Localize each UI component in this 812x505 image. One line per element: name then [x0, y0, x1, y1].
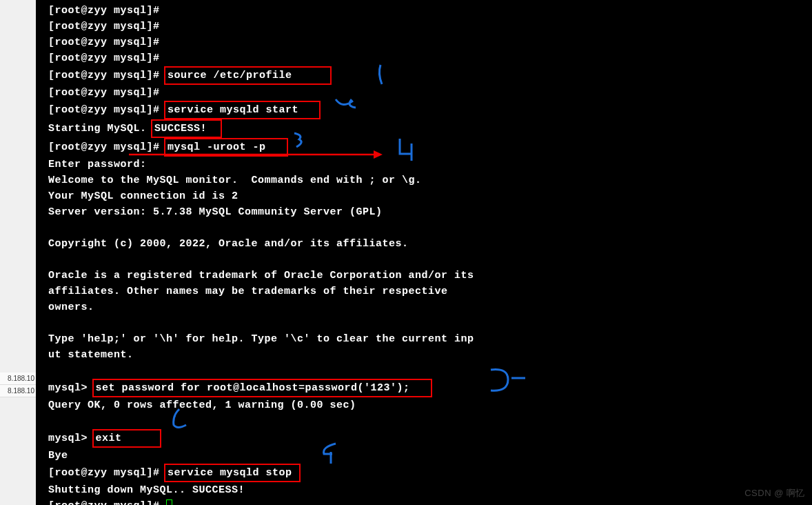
query-ok-line: Query OK, 0 rows affected, 1 warning (0.… — [48, 397, 800, 413]
starting-line: Starting MySQL. SUCCESS! — [48, 119, 800, 138]
prompt-text: [root@zyy mysql]# — [48, 467, 166, 479]
sidebar: 8.188.10 8.188.10 — [0, 373, 36, 397]
shutdown-line: Shutting down MySQL.. SUCCESS! — [48, 482, 800, 498]
final-prompt: [root@zyy mysql]# — [48, 498, 800, 505]
prompt-text: [root@zyy mysql]# — [48, 70, 166, 81]
terminal[interactable]: [root@zyy mysql]# [root@zyy mysql]# [roo… — [36, 0, 812, 505]
help-line-1: Type 'help;' or '\h' for help. Type '\c'… — [48, 331, 800, 347]
prompt-line: [root@zyy mysql]# — [48, 85, 800, 101]
cursor-icon — [166, 499, 172, 505]
highlighted-command: service mysqld start — [164, 101, 321, 119]
highlighted-command: source /etc/profile — [164, 66, 332, 85]
server-version-line: Server version: 5.7.38 MySQL Community S… — [48, 204, 800, 220]
bye-line: Bye — [48, 448, 800, 464]
blank-line — [48, 252, 800, 268]
prompt-line: [root@zyy mysql]# — [48, 3, 800, 19]
copyright-line: Copyright (c) 2000, 2022, Oracle and/or … — [48, 236, 800, 252]
highlighted-command: mysql -uroot -p — [164, 138, 288, 157]
mysql-prompt: mysql> — [48, 433, 94, 444]
help-line-2: ut statement. — [48, 347, 800, 363]
enter-password: Enter password: — [48, 157, 800, 172]
conn-id-line: Your MySQL connection id is 2 — [48, 188, 800, 204]
cmd-source-profile: [root@zyy mysql]# source /etc/profile — [48, 66, 800, 85]
oracle-line-1: Oracle is a registered trademark of Orac… — [48, 268, 800, 284]
cmd-service-stop: [root@zyy mysql]# service mysqld stop — [48, 464, 800, 482]
cmd-set-password: mysql> set password for root@localhost=p… — [48, 379, 800, 397]
blank-line — [48, 363, 800, 379]
prompt-text: [root@zyy mysql]# — [48, 104, 166, 116]
prompt-text: [root@zyy mysql]# — [48, 141, 166, 153]
oracle-line-2: affiliates. Other names may be trademark… — [48, 284, 800, 299]
highlighted-command: service mysqld stop — [164, 464, 301, 482]
cmd-service-start: [root@zyy mysql]# service mysqld start — [48, 101, 800, 119]
welcome-line: Welcome to the MySQL monitor. Commands e… — [48, 172, 800, 188]
blank-line — [48, 315, 800, 331]
blank-line — [48, 413, 800, 429]
prompt-line: [root@zyy mysql]# — [48, 34, 800, 50]
sidebar-ip-1[interactable]: 8.188.10 — [0, 373, 36, 385]
prompt-text: [root@zyy mysql]# — [48, 500, 166, 505]
highlighted-command: set password for root@localhost=password… — [92, 379, 432, 397]
cmd-mysql-login: [root@zyy mysql]# mysql -uroot -p — [48, 138, 800, 157]
mysql-prompt: mysql> — [48, 382, 94, 394]
highlighted-success: SUCCESS! — [151, 119, 222, 138]
starting-text: Starting MySQL. — [48, 123, 153, 135]
prompt-line: [root@zyy mysql]# — [48, 19, 800, 34]
cmd-exit: mysql> exit — [48, 429, 800, 448]
oracle-line-3: owners. — [48, 299, 800, 315]
highlighted-command: exit — [92, 429, 161, 448]
watermark: CSDN @ 啊忆 — [744, 485, 805, 501]
sidebar-ip-2[interactable]: 8.188.10 — [0, 385, 36, 397]
blank-line — [48, 220, 800, 236]
prompt-line: [root@zyy mysql]# — [48, 50, 800, 66]
